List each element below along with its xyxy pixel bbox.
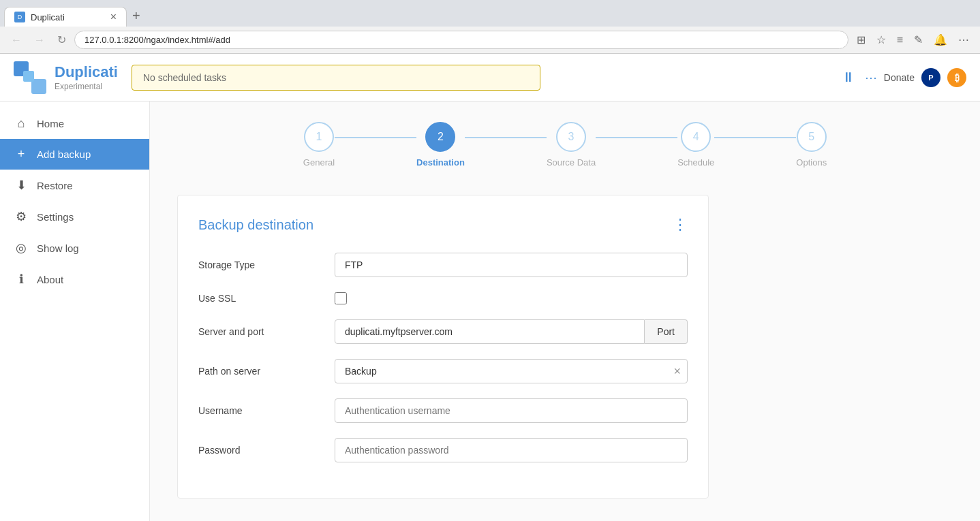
app: Duplicati Experimental No scheduled task… — [0, 54, 980, 521]
username-row: Username — [198, 398, 688, 423]
password-control — [335, 438, 688, 462]
storage-type-row: Storage Type FTP — [198, 253, 688, 277]
sidebar-label-restore: Restore — [37, 180, 73, 191]
paypal-icon[interactable]: P — [921, 68, 940, 87]
path-on-server-label: Path on server — [198, 366, 321, 377]
logo-subtitle: Experimental — [55, 82, 118, 91]
connector-3-4 — [596, 137, 677, 138]
sidebar-item-restore[interactable]: ⬇ Restore — [0, 170, 149, 201]
tab-title: Duplicati — [31, 12, 65, 22]
step-number-5: 5 — [808, 131, 814, 143]
more-btn[interactable]: ⋯ — [954, 31, 973, 49]
step-circle-2[interactable]: 2 — [425, 122, 455, 152]
step-number-1: 1 — [316, 131, 322, 143]
password-label: Password — [198, 445, 321, 456]
username-label: Username — [198, 405, 321, 416]
step-circle-3[interactable]: 3 — [556, 122, 586, 152]
browser-chrome: D Duplicati × + ← → ↻ ⊞ ☆ ≡ ✎ 🔔 ⋯ — [0, 0, 980, 54]
sidebar-item-add-backup[interactable]: + Add backup — [0, 139, 149, 170]
bell-btn[interactable]: 🔔 — [930, 31, 951, 49]
sidebar-item-home[interactable]: ⌂ Home — [0, 108, 149, 139]
pause-button[interactable]: ⏸ — [839, 67, 858, 88]
username-control — [335, 398, 688, 423]
sidebar-label-show-log: Show log — [37, 242, 79, 254]
notification-text: No scheduled tasks — [143, 72, 226, 83]
sidebar-item-about[interactable]: ℹ About — [0, 264, 149, 295]
logo-text: Duplicati Experimental — [55, 63, 118, 91]
sidebar-label-home: Home — [37, 118, 64, 129]
main-content: 1 General 2 Destination 3 Source Data — [150, 101, 980, 521]
header-controls: ⏸ ⋯ Donate P ₿ — [839, 67, 966, 88]
notification-bar: No scheduled tasks — [132, 65, 540, 91]
bookmarks-btn[interactable]: ⊞ — [853, 31, 870, 49]
add-icon: + — [14, 147, 29, 161]
step-label-1: General — [303, 157, 335, 168]
step-schedule: 4 Schedule — [677, 122, 714, 168]
step-circle-4[interactable]: 4 — [681, 122, 711, 152]
address-bar[interactable] — [74, 31, 848, 49]
home-icon: ⌂ — [14, 116, 29, 131]
loading-indicator: ⋯ — [865, 70, 877, 85]
storage-type-control: FTP — [335, 253, 688, 277]
logo-title: Duplicati — [55, 63, 118, 81]
nav-actions: ⊞ ☆ ≡ ✎ 🔔 ⋯ — [853, 31, 973, 49]
menu-btn[interactable]: ≡ — [893, 31, 907, 49]
app-logo: Duplicati Experimental — [14, 61, 118, 94]
password-row: Password — [198, 438, 688, 462]
stepper: 1 General 2 Destination 3 Source Data — [177, 122, 953, 168]
port-button[interactable]: Port — [645, 319, 688, 344]
back-button[interactable]: ← — [7, 31, 26, 49]
step-number-3: 3 — [568, 131, 575, 143]
more-options-button[interactable]: ⋮ — [673, 216, 688, 234]
app-body: ⌂ Home + Add backup ⬇ Restore ⚙ Settings… — [0, 101, 980, 521]
step-number-4: 4 — [693, 131, 699, 143]
use-ssl-control — [335, 292, 688, 304]
bitcoin-icon[interactable]: ₿ — [947, 68, 966, 87]
password-input[interactable] — [335, 438, 688, 462]
server-input[interactable] — [335, 319, 645, 344]
forward-button[interactable]: → — [30, 31, 49, 49]
sidebar-label-about: About — [37, 274, 63, 285]
step-circle-5[interactable]: 5 — [797, 122, 827, 152]
path-on-server-row: Path on server × — [198, 359, 688, 383]
log-icon: ◎ — [14, 240, 29, 255]
donate-button[interactable]: Donate — [884, 72, 915, 83]
form-card-title: Backup destination — [198, 217, 313, 233]
logo-icon — [14, 61, 46, 94]
bookmark-btn[interactable]: ☆ — [872, 31, 890, 49]
use-ssl-label: Use SSL — [198, 293, 321, 304]
step-circle-1[interactable]: 1 — [304, 122, 334, 152]
sidebar: ⌂ Home + Add backup ⬇ Restore ⚙ Settings… — [0, 101, 150, 521]
storage-type-select[interactable]: FTP — [335, 253, 688, 277]
refresh-button[interactable]: ↻ — [53, 31, 70, 49]
step-label-2: Destination — [416, 157, 465, 168]
sidebar-item-show-log[interactable]: ◎ Show log — [0, 232, 149, 264]
step-general: 1 General — [303, 122, 335, 168]
bitcoin-label: ₿ — [955, 72, 960, 83]
logo-box3 — [23, 71, 34, 82]
tab-close-btn[interactable]: × — [110, 12, 117, 22]
server-port-row: Server and port Port — [198, 319, 688, 344]
active-tab[interactable]: D Duplicati × — [4, 7, 127, 27]
app-header: Duplicati Experimental No scheduled task… — [0, 54, 980, 101]
edit-btn[interactable]: ✎ — [910, 31, 927, 49]
navigation-bar: ← → ↻ ⊞ ☆ ≡ ✎ 🔔 ⋯ — [0, 27, 980, 54]
sidebar-label-add-backup: Add backup — [37, 148, 91, 160]
new-tab-button[interactable]: + — [127, 5, 146, 27]
server-port-label: Server and port — [198, 326, 321, 337]
use-ssl-checkbox[interactable] — [335, 292, 347, 304]
settings-icon: ⚙ — [14, 209, 29, 224]
sidebar-item-settings[interactable]: ⚙ Settings — [0, 201, 149, 232]
username-input[interactable] — [335, 398, 688, 423]
tab-bar: D Duplicati × + — [0, 0, 980, 27]
storage-type-label: Storage Type — [198, 259, 321, 270]
sidebar-label-settings: Settings — [37, 211, 74, 223]
paypal-label: P — [928, 74, 933, 82]
connector-1-2 — [335, 137, 416, 138]
path-clear-button[interactable]: × — [673, 364, 681, 379]
path-input-group: × — [335, 359, 688, 383]
step-options: 5 Options — [796, 122, 827, 168]
step-label-3: Source Data — [547, 157, 596, 168]
path-input[interactable] — [335, 359, 688, 383]
connector-2-3 — [465, 137, 547, 138]
